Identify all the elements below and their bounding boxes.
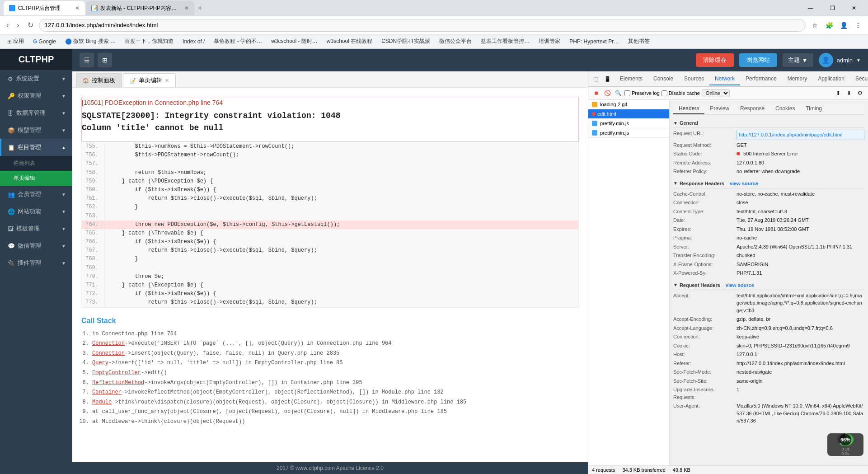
sidebar-item-model[interactable]: 📦 模型管理 ▼ (0, 122, 72, 139)
prettify-js-1-icon (592, 121, 597, 126)
sidebar: CLTPHP ⚙ 系统设置 ▼ 🔑 权限管理 ▼ 🗄 数据库管理 ▼ 📦 模型管… (0, 49, 72, 474)
browser-tab-2[interactable]: 📝 发表新站 - CLTPHP·PHP内容管... ✕ (86, 1, 194, 15)
tab-2-close[interactable]: ✕ (184, 5, 189, 11)
subtab-headers[interactable]: Headers (673, 103, 704, 114)
minimize-button[interactable]: — (800, 1, 821, 15)
bookmark-apps[interactable]: ⊞ 应用 (4, 36, 28, 47)
response-headers-toggle[interactable]: ▼ (673, 181, 678, 186)
bookmark-csdn[interactable]: CSDN学院·IT实战派 (378, 36, 434, 47)
theme-button[interactable]: 主题 ▼ (783, 53, 813, 67)
bookmark-w3school[interactable]: w3school 在线教程 (323, 36, 376, 47)
subtab-preview[interactable]: Preview (704, 103, 735, 114)
tab-dashboard[interactable]: 🏠 控制面板 (76, 73, 122, 87)
bookmark-training[interactable]: 培训管家 (535, 36, 564, 47)
devtools-filter-button[interactable]: 🔍 (614, 89, 623, 98)
hamburger-icon[interactable]: ☰ (80, 53, 94, 67)
sidebar-item-template[interactable]: 🖼 模板管理 ▼ (0, 220, 72, 237)
line-num-757: 757. (82, 160, 104, 168)
reload-button[interactable]: ↻ (25, 19, 36, 31)
bookmark-muyu[interactable]: 慕鱼教程 - 学的不… (210, 36, 266, 47)
devtools-tab-network[interactable]: Network (709, 73, 740, 85)
theme-arrow-icon: ▼ (802, 57, 807, 64)
bookmark-yibiao[interactable]: 益表工作看板管控… (477, 36, 533, 47)
devtools-tab-application[interactable]: Application (812, 73, 850, 85)
clear-cache-button[interactable]: 清除缓存 (696, 53, 734, 67)
devtools-tab-sources[interactable]: Sources (679, 73, 709, 85)
request-headers-toggle[interactable]: ▼ (673, 282, 678, 287)
devtools-export-button[interactable]: ⬇ (845, 89, 854, 98)
line-code-767: return $this->close()->execute($sql, $bi… (109, 246, 317, 255)
devtools-responsive-button[interactable]: 📱 (602, 74, 613, 84)
response-headers-view-source[interactable]: view source (730, 181, 758, 186)
devtools-inspect-button[interactable]: ⬚ (590, 74, 601, 84)
net-item-edit-html[interactable]: edit.html (588, 109, 669, 119)
sidebar-item-permissions[interactable]: 🔑 权限管理 ▼ (0, 87, 72, 104)
extensions-button[interactable]: 🧩 (823, 19, 835, 32)
forward-button[interactable]: › (14, 19, 22, 31)
subtab-cookies[interactable]: Cookies (770, 103, 800, 114)
bookmark-php-label: PHP: Hypertext Pr… (569, 38, 619, 45)
browser-tab-1[interactable]: 🌐 CLTPHP后台管理 ✕ (4, 1, 85, 15)
net-item-prettify-js-1[interactable]: prettify.min.js (588, 119, 669, 128)
sidebar-item-plugins[interactable]: 🔌 插件管理 ▼ (0, 254, 72, 272)
bookmark-google[interactable]: G Google (29, 37, 60, 46)
sidebar-item-database[interactable]: 🗄 数据库管理 ▼ (0, 104, 72, 122)
net-item-loading-gif[interactable]: loading-2.gif (588, 100, 669, 109)
bookmark-baidu[interactable]: 百度一下，你就知道 (121, 36, 177, 47)
bookmark-bing[interactable]: 🔵 微软 Bing 搜索 … (61, 36, 119, 47)
bookmark-cltphp[interactable]: Index of / (179, 37, 208, 46)
new-tab-button[interactable]: + (194, 2, 206, 14)
url-input[interactable] (39, 19, 806, 32)
profile-button[interactable]: 👤 (837, 19, 850, 32)
general-toggle[interactable]: ▼ (673, 121, 678, 126)
sidebar-item-settings[interactable]: ⚙ 系统设置 ▼ (0, 70, 72, 87)
bookmark-star-button[interactable]: ☆ (808, 19, 821, 32)
request-headers-view-source[interactable]: view source (726, 282, 754, 288)
sidebar-sub-single-edit[interactable]: 单页编辑 (0, 171, 72, 186)
devtools-tab-memory[interactable]: Memory (782, 73, 812, 85)
single-edit-tab-close[interactable]: ✕ (165, 78, 169, 84)
bookmark-wechat[interactable]: 微信公众平台 (436, 36, 475, 47)
error-exception: PDOException in (105, 99, 155, 106)
disable-cache-input[interactable] (662, 90, 667, 96)
preserve-log-input[interactable] (624, 90, 630, 96)
devtools-tab-performance[interactable]: Performance (740, 73, 782, 85)
maximize-button[interactable]: ❐ (822, 1, 843, 15)
devtools-tab-security[interactable]: Security (850, 73, 868, 85)
bookmark-others-label: 其他书签 (628, 38, 650, 45)
back-button[interactable]: ‹ (4, 19, 11, 31)
devtools-record-button[interactable]: ⏺ (592, 89, 601, 98)
devtools-clear-button[interactable]: 🚫 (603, 89, 612, 98)
browse-site-button[interactable]: 浏览网站 (739, 53, 777, 67)
transfer-encoding-row: Transfer-Encoding: chunked (673, 252, 864, 259)
menu-button[interactable]: ⋮ (852, 19, 864, 32)
preserve-log-checkbox[interactable]: Preserve log (624, 90, 660, 96)
devtools-tab-console[interactable]: Console (648, 73, 679, 85)
user-area: 👤 admin ▼ (819, 53, 861, 67)
devtools-tab-elements[interactable]: Elements (615, 73, 648, 85)
bookmark-php[interactable]: PHP: Hypertext Pr… (566, 37, 623, 46)
sidebar-item-website[interactable]: 🌐 网站功能 ▼ (0, 203, 72, 220)
tab-1-close[interactable]: ✕ (75, 5, 80, 11)
grid-icon[interactable]: ⊞ (98, 53, 112, 67)
footer: 2017 © www.cltphp.com Apache Licence 2.0 (72, 462, 588, 474)
stack-item-5: EmptyController->edit() (92, 368, 579, 378)
disable-cache-checkbox[interactable]: Disable cache (662, 90, 700, 96)
network-throttle-select[interactable]: Online (702, 89, 730, 97)
devtools-settings2-button[interactable]: ⚙ (855, 89, 864, 98)
sidebar-item-columns[interactable]: 📋 栏目管理 ▲ (0, 139, 72, 156)
sidebar-item-members[interactable]: 👥 会员管理 ▼ (0, 186, 72, 203)
bookmarks-bar: ⊞ 应用 G Google 🔵 微软 Bing 搜索 … 百度一下，你就知道 I… (0, 34, 868, 49)
subtab-timing[interactable]: Timing (800, 103, 827, 114)
line-code-770: throw $e; (109, 272, 164, 281)
sidebar-sub-columns-list[interactable]: 栏目列表 (0, 156, 72, 171)
bookmark-others[interactable]: 其他书签 (624, 36, 653, 47)
net-item-prettify-js-2[interactable]: prettify.min.js (588, 128, 669, 138)
net-item-loading-gif-name: loading-2.gif (600, 102, 627, 107)
sidebar-item-wechat[interactable]: 💬 微信管理 ▼ (0, 237, 72, 254)
bookmark-w3cschool[interactable]: w3cschool - 随时… (267, 36, 321, 47)
tab-single-edit[interactable]: 📝 单页编辑 ✕ (123, 73, 176, 87)
subtab-response[interactable]: Response (735, 103, 770, 114)
devtools-import-button[interactable]: ⬆ (834, 89, 843, 98)
close-window-button[interactable]: ✕ (844, 1, 864, 15)
